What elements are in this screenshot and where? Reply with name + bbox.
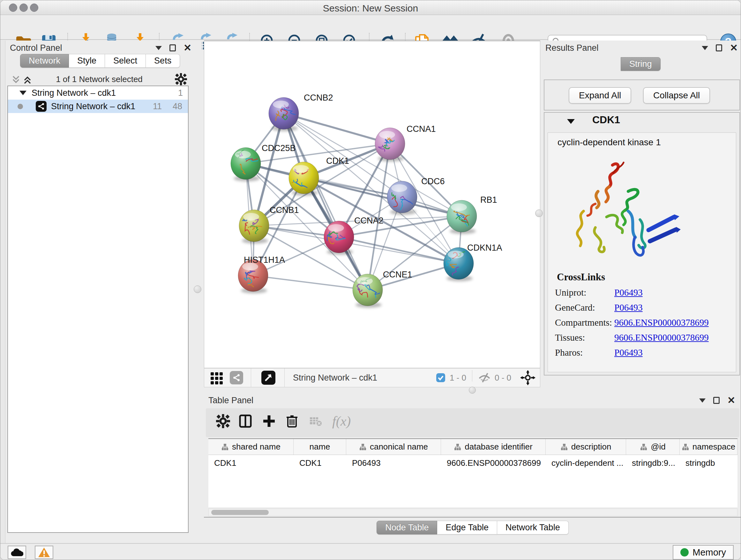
warning-icon [38, 547, 50, 558]
birds-eye-view-icon[interactable] [261, 371, 275, 385]
node-label-CDK1: CDK1 [326, 156, 349, 166]
control-panel-float-icon[interactable] [170, 44, 176, 51]
warnings-button[interactable] [35, 546, 53, 559]
tab-network-table[interactable]: Network Table [497, 521, 569, 535]
expand-all-networks-icon[interactable] [23, 75, 32, 84]
table-row[interactable]: CDK1CDK1P064939606.ENSP00000378699cyclin… [208, 455, 738, 471]
collapse-all-networks-icon[interactable] [11, 75, 21, 84]
crosslink-value[interactable]: P06493 [614, 287, 643, 298]
string-view-icon[interactable] [230, 371, 243, 384]
cloud-icon [10, 548, 23, 557]
title-bar: Session: New Session [0, 0, 741, 15]
crosslink-value[interactable]: 9606.ENSP00000378699 [614, 332, 709, 343]
crosslink-label: GeneCard: [555, 302, 614, 313]
table-cell[interactable]: cyclin-dependent ... [546, 458, 626, 468]
results-panel-float-icon[interactable] [716, 44, 722, 51]
table-cell[interactable]: stringdb:9... [626, 458, 680, 468]
node-label-CCNB1: CCNB1 [270, 205, 299, 215]
table-cell[interactable]: CDK1 [208, 458, 293, 468]
left-splitter-handle[interactable] [194, 286, 201, 293]
column-header-namespace[interactable]: namespace [680, 439, 738, 455]
network-selection-status: 1 of 1 Network selected [42, 74, 157, 84]
network-canvas[interactable]: CCNB2CCNA1CDC25BCDK1CDC6RB1CCNB1CCNA2CDK… [204, 41, 540, 368]
node-label-CDC6: CDC6 [421, 177, 445, 186]
table-panel-title: Table Panel [208, 395, 253, 406]
network-view-toolbar: String Network – cdk1 1 - 0 0 - 0 [204, 368, 540, 387]
tab-style[interactable]: Style [69, 54, 105, 68]
column-header-database-identifier[interactable]: database identifier [441, 439, 546, 455]
cdk1-details: cyclin-dependent kinase 1 [548, 132, 736, 372]
grid-view-icon[interactable] [209, 370, 224, 385]
results-panel-close-icon[interactable]: ✕ [730, 44, 738, 51]
network-node-CDC6[interactable] [387, 181, 421, 215]
tab-string-results[interactable]: String [621, 57, 661, 71]
cdk1-collapse-icon[interactable] [567, 119, 575, 124]
table-horizontal-scrollbar[interactable] [208, 509, 738, 516]
bottom-splitter-handle[interactable] [469, 387, 476, 394]
column-header-canonical-name[interactable]: canonical name [346, 439, 441, 455]
tree-expand-icon[interactable] [19, 91, 26, 95]
control-panel: Control Panel ✕ Network Style Select Set… [0, 41, 202, 543]
node-label-CCNA1: CCNA1 [407, 124, 436, 134]
crosslinks-title: CrossLinks [557, 271, 736, 283]
result-gene-name: CDK1 [592, 114, 620, 126]
network-node-RB1[interactable] [447, 200, 477, 234]
table-panel-menu-icon[interactable] [699, 398, 705, 402]
table-panel: Table Panel ✕ [204, 394, 741, 544]
tab-sets[interactable]: Sets [146, 54, 180, 68]
crosslink-row: GeneCard: P06493 [555, 302, 736, 313]
table-panel-float-icon[interactable] [713, 397, 720, 404]
results-panel-menu-icon[interactable] [702, 46, 708, 50]
tab-select[interactable]: Select [105, 54, 146, 68]
shared-column-icon [640, 443, 648, 451]
column-header-shared-name[interactable]: shared name [208, 439, 293, 455]
column-header-@id[interactable]: @id [626, 439, 680, 455]
tab-node-table[interactable]: Node Table [377, 521, 437, 535]
network-collection-row[interactable]: String Network – cdk1 1 [8, 86, 188, 100]
network-node-CCNE1[interactable] [353, 274, 383, 308]
control-panel-close-icon[interactable]: ✕ [184, 44, 192, 51]
fit-content-crosshair-icon[interactable] [520, 370, 536, 385]
table-cell[interactable]: stringdb [680, 458, 738, 468]
function-builder-icon-disabled: f(x) [332, 414, 351, 429]
hidden-count-icon [478, 372, 491, 383]
network-row-label: String Network – cdk1 [51, 102, 135, 111]
shared-column-icon [359, 443, 367, 451]
crosslink-value[interactable]: P06493 [614, 302, 643, 313]
delete-column-icon[interactable] [285, 414, 299, 428]
crosslink-value[interactable]: 9606.ENSP00000378699 [614, 317, 709, 328]
shared-column-icon [454, 443, 461, 451]
table-cell[interactable]: P06493 [346, 458, 441, 468]
collapse-all-button[interactable]: Collapse All [643, 87, 710, 104]
table-cell[interactable]: 9606.ENSP00000378699 [441, 458, 546, 468]
crosslink-label: Uniprot: [555, 287, 614, 298]
memory-status-dot [680, 548, 689, 557]
gene-description: cyclin-dependent kinase 1 [557, 137, 736, 147]
network-row-selected[interactable]: String Network – cdk1 11 48 [8, 100, 188, 113]
memory-button[interactable]: Memory [673, 545, 734, 560]
expand-all-button[interactable]: Expand All [569, 87, 631, 104]
table-cell[interactable]: CDK1 [293, 458, 346, 468]
node-table: shared namenamecanonical namedatabase id… [208, 438, 738, 508]
show-columns-icon[interactable] [239, 414, 253, 428]
network-node-CDC25B[interactable] [231, 147, 262, 181]
table-panel-close-icon[interactable]: ✕ [727, 397, 735, 404]
column-header-description[interactable]: description [546, 439, 626, 455]
window-title: Session: New Session [0, 3, 741, 14]
control-panel-menu-icon[interactable] [155, 46, 162, 50]
crosslink-label: Compartments: [555, 317, 614, 328]
tab-network[interactable]: Network [20, 54, 69, 68]
cloud-button[interactable] [8, 546, 26, 559]
node-label-CCNA2: CCNA2 [354, 216, 384, 226]
right-splitter-handle[interactable] [535, 209, 543, 217]
tab-edge-table[interactable]: Edge Table [437, 521, 497, 535]
crosslink-value[interactable]: P06493 [614, 348, 643, 358]
network-node-CCNB1[interactable] [239, 210, 269, 244]
column-header-name[interactable]: name [293, 439, 346, 455]
network-options-gear-icon[interactable] [175, 73, 187, 85]
selected-count-icon [435, 373, 446, 383]
string-network-icon [36, 101, 47, 112]
network-node-CCNA1[interactable] [375, 128, 405, 162]
table-options-gear-icon[interactable] [216, 414, 230, 428]
create-column-icon[interactable] [262, 414, 276, 428]
